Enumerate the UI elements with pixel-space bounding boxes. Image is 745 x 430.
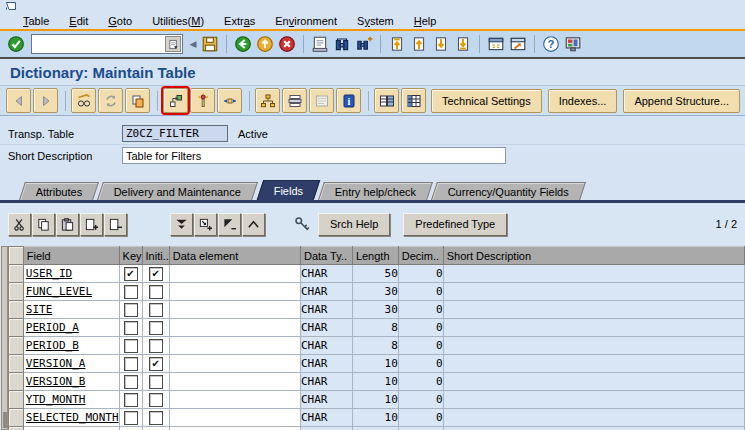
command-field[interactable] bbox=[31, 34, 183, 54]
command-dropdown-icon[interactable] bbox=[165, 36, 181, 52]
data-element-cell[interactable] bbox=[169, 391, 300, 409]
initial-value-checkbox[interactable] bbox=[149, 411, 163, 425]
menu-item-environment[interactable]: Environment bbox=[265, 15, 347, 27]
list-button[interactable] bbox=[309, 88, 334, 113]
tab-entry-help-check[interactable]: Entry help/check bbox=[318, 182, 433, 200]
collapse-icon[interactable]: ◀ bbox=[187, 39, 199, 49]
data-element-cell[interactable] bbox=[169, 319, 300, 337]
data-element-cell[interactable] bbox=[169, 409, 300, 427]
key-checkbox[interactable] bbox=[124, 393, 138, 407]
find-button[interactable] bbox=[331, 33, 353, 55]
short-description-field[interactable] bbox=[122, 147, 506, 164]
key-checkbox[interactable] bbox=[124, 411, 138, 425]
runtime-object-button[interactable] bbox=[374, 88, 399, 113]
previous-button[interactable] bbox=[6, 88, 31, 113]
insert-line-button[interactable] bbox=[194, 213, 217, 236]
append-structure-button[interactable]: Append Structure... bbox=[623, 89, 740, 113]
key-checkbox[interactable] bbox=[124, 339, 138, 353]
hierarchy-button[interactable] bbox=[255, 88, 280, 113]
exit-button[interactable] bbox=[254, 33, 276, 55]
row-selector[interactable] bbox=[9, 409, 24, 427]
test-button[interactable] bbox=[163, 88, 188, 113]
data-element-cell[interactable] bbox=[169, 283, 300, 301]
delete-line-button[interactable] bbox=[218, 213, 241, 236]
key-checkbox[interactable] bbox=[124, 375, 138, 389]
field-name-link[interactable]: USER_ID bbox=[24, 267, 72, 280]
field-name-link[interactable]: YTD_MONTH bbox=[24, 393, 86, 406]
field-name-link[interactable]: PERIOD_A bbox=[24, 321, 79, 334]
data-element-cell[interactable] bbox=[169, 265, 300, 283]
db-utility-button[interactable] bbox=[282, 88, 307, 113]
help-button[interactable]: ? bbox=[540, 33, 562, 55]
tab-fields[interactable]: Fields bbox=[256, 180, 320, 200]
row-selector[interactable] bbox=[9, 301, 24, 319]
refresh-button[interactable] bbox=[98, 88, 123, 113]
initial-value-checkbox[interactable] bbox=[149, 393, 163, 407]
menu-item-system[interactable]: System bbox=[347, 15, 404, 27]
field-name-link[interactable]: SELECTED_MONTH bbox=[24, 411, 119, 424]
field-name-link[interactable]: VERSION_A bbox=[24, 357, 86, 370]
insert-row-button[interactable] bbox=[80, 213, 103, 236]
row-selector[interactable] bbox=[9, 373, 24, 391]
vertical-scrollbar[interactable] bbox=[1, 246, 8, 430]
initial-value-checkbox[interactable] bbox=[149, 375, 163, 389]
move-up-button[interactable] bbox=[242, 213, 265, 236]
copy-button[interactable] bbox=[125, 88, 150, 113]
menu-item-table[interactable]: Table bbox=[13, 15, 59, 27]
menu-item-edit[interactable]: Edit bbox=[59, 15, 98, 27]
menu-item-extras[interactable]: Extras bbox=[214, 15, 265, 27]
row-selector[interactable] bbox=[9, 265, 24, 283]
row-selector[interactable] bbox=[9, 391, 24, 409]
row-selector-header[interactable] bbox=[9, 247, 24, 265]
row-selector[interactable] bbox=[9, 337, 24, 355]
data-element-cell[interactable] bbox=[169, 301, 300, 319]
key-button[interactable] bbox=[292, 214, 313, 235]
key-checkbox[interactable] bbox=[124, 321, 138, 335]
menu-item-help[interactable]: Help bbox=[404, 15, 447, 27]
first-page-button[interactable] bbox=[386, 33, 408, 55]
activate-button[interactable] bbox=[190, 88, 215, 113]
cut-button[interactable] bbox=[8, 213, 31, 236]
row-selector[interactable] bbox=[9, 355, 24, 373]
srch-help-button[interactable]: Srch Help bbox=[318, 213, 390, 236]
command-input[interactable] bbox=[32, 35, 182, 53]
technical-settings-button[interactable]: Technical Settings bbox=[431, 89, 542, 113]
paste-button[interactable] bbox=[56, 213, 79, 236]
menu-item-utilities-m[interactable]: Utilities(M) bbox=[142, 15, 214, 27]
indexes-button[interactable]: Indexes... bbox=[548, 89, 618, 113]
key-checkbox[interactable] bbox=[124, 357, 138, 371]
tab-attributes[interactable]: Attributes bbox=[19, 182, 99, 200]
initial-value-checkbox[interactable] bbox=[149, 303, 163, 317]
customize-button[interactable] bbox=[562, 33, 584, 55]
initial-value-checkbox[interactable] bbox=[149, 267, 163, 281]
print-button[interactable] bbox=[309, 33, 331, 55]
key-checkbox[interactable] bbox=[124, 285, 138, 299]
where-used-button[interactable] bbox=[217, 88, 242, 113]
data-element-cell[interactable] bbox=[169, 355, 300, 373]
info-button[interactable]: i bbox=[336, 88, 361, 113]
back-button[interactable] bbox=[232, 33, 254, 55]
shortcut-button[interactable] bbox=[507, 33, 529, 55]
key-checkbox[interactable] bbox=[124, 267, 138, 281]
field-name-link[interactable]: PERIOD_B bbox=[24, 339, 79, 352]
menu-item-goto[interactable]: Goto bbox=[98, 15, 142, 27]
initial-value-checkbox[interactable] bbox=[149, 357, 163, 371]
initial-value-checkbox[interactable] bbox=[149, 285, 163, 299]
initial-value-checkbox[interactable] bbox=[149, 321, 163, 335]
select-block-button[interactable] bbox=[170, 213, 193, 236]
table-contents-button[interactable] bbox=[401, 88, 426, 113]
tab-currency-quantity-fields[interactable]: Currency/Quantity Fields bbox=[431, 182, 586, 200]
new-session-button[interactable] bbox=[485, 33, 507, 55]
data-element-cell[interactable] bbox=[169, 373, 300, 391]
display-change-button[interactable] bbox=[71, 88, 96, 113]
next-button[interactable] bbox=[33, 88, 58, 113]
last-page-button[interactable] bbox=[452, 33, 474, 55]
field-name-link[interactable]: FUNC_LEVEL bbox=[24, 285, 92, 298]
predefined-type-button[interactable]: Predefined Type bbox=[403, 213, 507, 236]
tab-delivery-and-maintenance[interactable]: Delivery and Maintenance bbox=[98, 182, 259, 200]
initial-value-checkbox[interactable] bbox=[149, 339, 163, 353]
copy-rows-button[interactable] bbox=[32, 213, 55, 236]
save-button[interactable] bbox=[199, 33, 221, 55]
scrollbar-thumb[interactable] bbox=[3, 412, 7, 428]
key-checkbox[interactable] bbox=[124, 303, 138, 317]
